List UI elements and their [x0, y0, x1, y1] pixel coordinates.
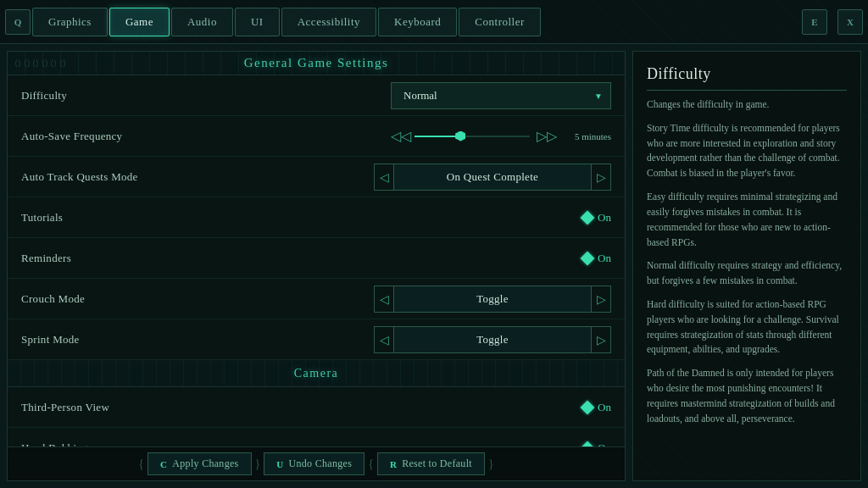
settings-scroll[interactable]: Difficulty Normal Story Time Easy Hard P…	[8, 75, 625, 446]
apply-key-badge: C	[160, 459, 167, 469]
reminders-diamond-icon	[581, 251, 595, 265]
sprint-left-btn[interactable]: ◁	[374, 326, 394, 353]
quest-mode-value: On Quest Complete	[394, 164, 591, 191]
nav-tab-audio[interactable]: Audio	[171, 8, 233, 36]
slider-left-arrow[interactable]: ◁◁	[391, 128, 408, 144]
nav-tab-ui[interactable]: UI	[235, 8, 280, 36]
crouch-label: Crouch Mode	[21, 292, 259, 306]
nav-tab-game[interactable]: Game	[109, 8, 170, 36]
sprint-selector: ◁ Toggle ▷	[374, 326, 611, 353]
undo-changes-button[interactable]: U Undo Changes	[264, 452, 364, 475]
crouch-selector: ◁ Toggle ▷	[374, 286, 611, 313]
tutorials-control[interactable]: On	[259, 211, 611, 225]
slider-value: 5 minutes	[560, 131, 611, 141]
slider-track[interactable]	[415, 136, 530, 137]
difficulty-control: Normal Story Time Easy Hard Path of the …	[259, 82, 611, 109]
sprint-row: Sprint Mode ◁ Toggle ▷	[8, 319, 625, 360]
nav-right-key[interactable]: E	[802, 9, 827, 35]
nav-tab-keyboard[interactable]: Keyboard	[378, 8, 457, 36]
difficulty-dropdown-wrap: Normal Story Time Easy Hard Path of the …	[391, 82, 611, 109]
crouch-value: Toggle	[394, 286, 591, 313]
nav-tab-graphics[interactable]: Graphics	[32, 8, 108, 36]
slider-right-arrow[interactable]: ▷▷	[537, 128, 554, 144]
bottom-action-bar: { C Apply Changes } U Undo Changes { R R…	[8, 446, 625, 480]
reminders-control[interactable]: On	[259, 252, 611, 265]
reminders-label: Reminders	[21, 252, 259, 265]
auto-track-row: Auto Track Quests Mode ◁ On Quest Comple…	[8, 157, 625, 197]
crouch-control: ◁ Toggle ▷	[259, 286, 611, 313]
slider-fill	[415, 136, 460, 137]
sprint-label: Sprint Mode	[21, 333, 259, 347]
tutorials-row: Tutorials On	[8, 197, 625, 238]
auto-save-slider: ◁◁ ▷▷ 5 minutes	[391, 128, 611, 144]
third-person-label: Third-Person View	[21, 401, 259, 414]
difficulty-label: Difficulty	[21, 89, 259, 103]
head-bobbing-row: Head Bobbing On	[8, 428, 625, 446]
selector-left-btn[interactable]: ◁	[374, 164, 394, 191]
undo-label: Undo Changes	[289, 458, 353, 470]
difficulty-row: Difficulty Normal Story Time Easy Hard P…	[8, 75, 625, 116]
nav-tab-controller[interactable]: Controller	[459, 8, 540, 36]
tutorials-diamond-icon	[581, 210, 595, 225]
nav-tab-accessibility[interactable]: Accessibility	[281, 8, 376, 36]
nav-left-key[interactable]: Q	[5, 9, 31, 35]
bracket-right-apply: }	[255, 458, 261, 471]
info-paragraph-0: Changes the difficulty in game.	[647, 97, 847, 113]
apply-changes-button[interactable]: C Apply Changes	[147, 452, 251, 475]
close-button[interactable]: X	[837, 9, 863, 35]
reset-label: Reset to Default	[402, 458, 472, 470]
info-paragraph-5: Path of the Damned is only intended for …	[647, 366, 847, 426]
bracket-left-reset: {	[368, 458, 374, 471]
head-bobbing-diamond-icon	[581, 441, 595, 446]
auto-save-label: Auto-Save Frequency	[21, 130, 259, 143]
crouch-left-btn[interactable]: ◁	[374, 286, 394, 313]
auto-save-row: Auto-Save Frequency ◁◁ ▷▷ 5 minutes	[8, 116, 625, 157]
slider-thumb	[455, 131, 465, 141]
reset-key-badge: R	[390, 459, 397, 469]
quest-mode-selector: ◁ On Quest Complete ▷	[374, 164, 611, 191]
reminders-toggle[interactable]: On	[582, 252, 611, 265]
auto-track-control: ◁ On Quest Complete ▷	[259, 164, 611, 191]
info-paragraph-4: Hard difficulty is suited for action-bas…	[647, 297, 847, 358]
tutorials-value: On	[598, 211, 611, 225]
reminders-value: On	[598, 252, 611, 265]
crouch-row: Crouch Mode ◁ Toggle ▷	[8, 279, 625, 319]
info-title: Difficulty	[647, 65, 847, 91]
general-section-title: General Game Settings	[244, 56, 389, 70]
third-person-value: On	[598, 401, 611, 414]
undo-key-badge: U	[276, 459, 283, 469]
third-person-diamond-icon	[581, 400, 595, 414]
bracket-left-apply: {	[138, 458, 144, 471]
third-person-toggle[interactable]: On	[582, 401, 611, 414]
reset-to-default-button[interactable]: R Reset to Default	[377, 452, 485, 475]
sprint-control: ◁ Toggle ▷	[259, 326, 611, 353]
info-paragraph-3: Normal difficulty requires strategy and …	[647, 258, 847, 289]
auto-track-label: Auto Track Quests Mode	[21, 170, 259, 184]
auto-save-control: ◁◁ ▷▷ 5 minutes	[259, 128, 611, 144]
info-paragraph-1: Story Time difficulty is recommended for…	[647, 121, 847, 181]
camera-section-header: Camera	[8, 360, 625, 387]
general-section-header: ⟨⟩ ⟨⟩ ⟨⟩ ⟨⟩ ⟨⟩ ⟨⟩ General Game Settings	[8, 52, 625, 75]
reminders-row: Reminders On	[8, 238, 625, 279]
tutorials-toggle[interactable]: On	[582, 211, 611, 225]
selector-right-btn[interactable]: ▷	[591, 164, 611, 191]
info-paragraph-2: Easy difficulty requires minimal strateg…	[647, 190, 847, 250]
third-person-row: Third-Person View On	[8, 387, 625, 428]
difficulty-dropdown[interactable]: Normal Story Time Easy Hard Path of the …	[391, 82, 611, 109]
nav-bar: Q GraphicsGameAudioUIAccessibilityKeyboa…	[0, 0, 868, 44]
main-content: ⟨⟩ ⟨⟩ ⟨⟩ ⟨⟩ ⟨⟩ ⟨⟩ General Game Settings …	[0, 44, 868, 488]
apply-label: Apply Changes	[172, 458, 238, 470]
third-person-control[interactable]: On	[259, 401, 611, 414]
camera-section-title: Camera	[294, 367, 339, 380]
left-panel: ⟨⟩ ⟨⟩ ⟨⟩ ⟨⟩ ⟨⟩ ⟨⟩ General Game Settings …	[7, 51, 626, 481]
tutorials-label: Tutorials	[21, 211, 259, 225]
crouch-right-btn[interactable]: ▷	[591, 286, 611, 313]
bracket-right-reset: }	[488, 458, 494, 471]
sprint-value: Toggle	[394, 326, 591, 353]
sprint-right-btn[interactable]: ▷	[591, 326, 611, 353]
right-panel: Difficulty Changes the difficulty in gam…	[632, 51, 861, 481]
